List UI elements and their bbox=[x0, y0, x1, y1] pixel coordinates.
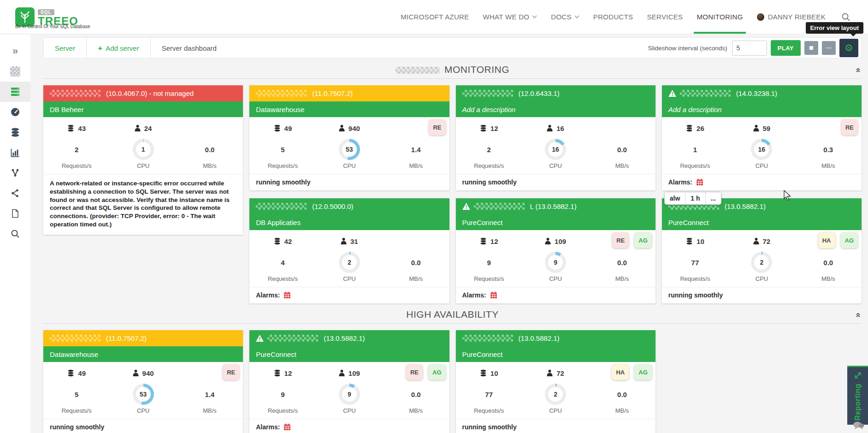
more-options-button[interactable]: ... bbox=[822, 41, 836, 55]
card-description[interactable]: DB Applicaties bbox=[249, 214, 449, 230]
badge-ag: AG bbox=[634, 232, 652, 248]
sidebar-item-dashboard[interactable] bbox=[0, 102, 30, 122]
card-gauge-row: 9 Requests/s 9 CPU 0.0 MB/s bbox=[249, 380, 449, 419]
card-gauge-row: 4 Requests/s 2 CPU 0.0 MB/s bbox=[249, 248, 449, 287]
requests-gauge: 9 Requests/s bbox=[249, 383, 316, 414]
reporting-panel-tab[interactable]: Reporting bbox=[847, 366, 868, 425]
card-server-header[interactable]: (11.0.7507.2) bbox=[249, 85, 449, 101]
collapse-section-icon[interactable]: » bbox=[852, 67, 862, 72]
tab-server-dashboard[interactable]: Server dashboard bbox=[151, 38, 228, 58]
server-card: (11.0.7507.2) Datawarehouse RE 49 940 bbox=[249, 85, 449, 190]
sidebar-expand-button[interactable]: » bbox=[0, 41, 30, 61]
cpu-gauge: 53 CPU bbox=[316, 138, 383, 169]
user-count: 24 bbox=[110, 122, 176, 135]
card-description[interactable]: Add a description bbox=[662, 101, 862, 117]
card-body: HAAG 10 72 77 Requests/s bbox=[456, 362, 655, 433]
redacted-server-name bbox=[50, 335, 100, 342]
sidebar-item-documents[interactable] bbox=[0, 203, 30, 224]
nav-item-what-we-do[interactable]: WHAT WE DO bbox=[483, 0, 537, 34]
requests-gauge: 9 Requests/s bbox=[456, 251, 522, 282]
alarm-range-button[interactable]: alw bbox=[665, 192, 686, 204]
card-description[interactable]: Datawarehouse bbox=[249, 101, 449, 117]
servers-icon bbox=[11, 87, 20, 96]
slideshow-interval-input[interactable] bbox=[732, 41, 767, 56]
card-badges: RE bbox=[429, 119, 445, 135]
sidebar-item-topology[interactable] bbox=[0, 163, 30, 183]
alarm-calendar-icon[interactable] bbox=[490, 291, 497, 299]
requests-gauge: 77 Requests/s bbox=[456, 383, 522, 414]
nav-item-monitoring[interactable]: MONITORING bbox=[697, 0, 743, 34]
nav-item-services[interactable]: SERVICES bbox=[647, 0, 683, 34]
share-icon bbox=[11, 189, 20, 198]
nav-item-products[interactable]: PRODUCTS bbox=[593, 0, 633, 34]
sidebar-item-share[interactable] bbox=[0, 183, 30, 203]
card-server-header[interactable]: (10.0.4067.0) - not managed bbox=[43, 85, 243, 101]
sidebar-item-servers[interactable] bbox=[0, 82, 30, 102]
reporting-label: Reporting bbox=[854, 384, 862, 421]
card-description[interactable]: PureConnect bbox=[662, 214, 862, 230]
sidebar-item-statistics[interactable] bbox=[0, 142, 30, 163]
card-server-header[interactable]: L (13.0.5882.1) bbox=[456, 198, 655, 214]
alarm-range-button[interactable]: ... bbox=[706, 192, 721, 204]
sidebar-item-databases[interactable] bbox=[0, 122, 30, 142]
alarm-calendar-icon[interactable] bbox=[696, 178, 703, 186]
server-card: (11.0.7507.2) Datawarehouse RE 49 940 bbox=[43, 330, 243, 433]
card-server-header[interactable]: (12.0.5000.0) bbox=[249, 198, 449, 214]
redacted-section-prefix bbox=[396, 67, 440, 74]
requests-gauge: 77 Requests/s bbox=[662, 251, 728, 282]
server-card: (12.0.5000.0) DB Applicaties 42 31 bbox=[249, 198, 449, 303]
nav-item-docs[interactable]: DOCS bbox=[551, 0, 579, 34]
card-description[interactable]: Add a description bbox=[456, 101, 655, 117]
badge-re: RE bbox=[612, 232, 629, 248]
requests-gauge: 1 Requests/s bbox=[662, 138, 728, 169]
throughput-gauge: 0.0 MB/s bbox=[383, 383, 449, 414]
card-description[interactable]: Datawarehouse bbox=[43, 346, 243, 362]
warning-icon bbox=[668, 90, 676, 97]
collapse-section-icon[interactable]: » bbox=[852, 312, 862, 317]
card-column: (11.0.7507.2) Datawarehouse RE 49 940 bbox=[43, 330, 243, 433]
cpu-gauge: 2 CPU bbox=[316, 251, 383, 282]
card-server-header[interactable]: (13.0.5882.1) bbox=[456, 330, 655, 346]
card-server-header[interactable]: (14.0.3238.1) bbox=[662, 85, 862, 101]
alarm-range-button[interactable]: 1 h bbox=[685, 192, 705, 204]
card-column: (12.0.6433.1) Add a description 12 16 bbox=[456, 85, 655, 303]
card-server-header[interactable]: (12.0.6433.1) bbox=[456, 85, 655, 101]
throughput-gauge: 0.3 MB/s bbox=[795, 138, 862, 169]
section-header: MONITORING » bbox=[43, 59, 862, 79]
card-server-header[interactable]: (13.0.5882.1) bbox=[249, 330, 449, 346]
throughput-gauge: 0.0 MB/s bbox=[589, 251, 655, 282]
view-layout-settings-button[interactable]: ⚙ bbox=[839, 39, 858, 57]
card-description[interactable]: PureConnect bbox=[456, 214, 655, 230]
card-badges: REAG bbox=[406, 364, 446, 380]
search-icon bbox=[841, 12, 850, 22]
sidebar-item-app-thumbnail[interactable] bbox=[0, 61, 30, 82]
card-column: (13.0.5882.1) PureConnect HAAG 10 72 bbox=[456, 330, 655, 433]
server-version-text: (13.0.5882.1) bbox=[324, 334, 365, 342]
user-icon bbox=[341, 237, 347, 245]
throughput-gauge: 0.0 MB/s bbox=[795, 251, 862, 282]
badge-re: RE bbox=[406, 364, 423, 380]
card-description[interactable]: PureConnect bbox=[249, 346, 449, 362]
stop-button[interactable] bbox=[804, 41, 818, 55]
card-server-header[interactable]: (11.0.7507.2) bbox=[43, 330, 243, 346]
card-description[interactable]: DB Beheer bbox=[43, 101, 243, 117]
play-button[interactable]: PLAY bbox=[771, 40, 801, 56]
sidebar-item-search[interactable] bbox=[0, 224, 30, 244]
alarm-calendar-icon[interactable] bbox=[283, 291, 291, 299]
card-badges: REAG bbox=[612, 232, 652, 248]
alarm-calendar-icon[interactable] bbox=[283, 423, 291, 431]
alarm-range-popup: alw1 h... bbox=[664, 192, 721, 205]
nav-item-microsoft-azure[interactable]: MICROSOFT AZURE bbox=[401, 0, 469, 34]
redacted-server-name bbox=[474, 203, 525, 210]
database-count: 12 bbox=[456, 235, 522, 248]
card-stats-row: 12 16 bbox=[456, 117, 655, 135]
add-server-button[interactable]: + Add server bbox=[87, 38, 150, 58]
gauge-icon bbox=[11, 107, 20, 117]
tab-server[interactable]: Server bbox=[44, 38, 87, 58]
user-count: 72 bbox=[728, 235, 795, 248]
brand-logo[interactable]: SQL TREEO Be In Control Of Your SQL Data… bbox=[15, 7, 78, 27]
requests-gauge: 4 Requests/s bbox=[249, 251, 316, 282]
card-description[interactable]: PureConnect bbox=[456, 346, 655, 362]
warning-icon bbox=[462, 203, 470, 210]
chat-bubble-icon[interactable] bbox=[852, 421, 864, 432]
